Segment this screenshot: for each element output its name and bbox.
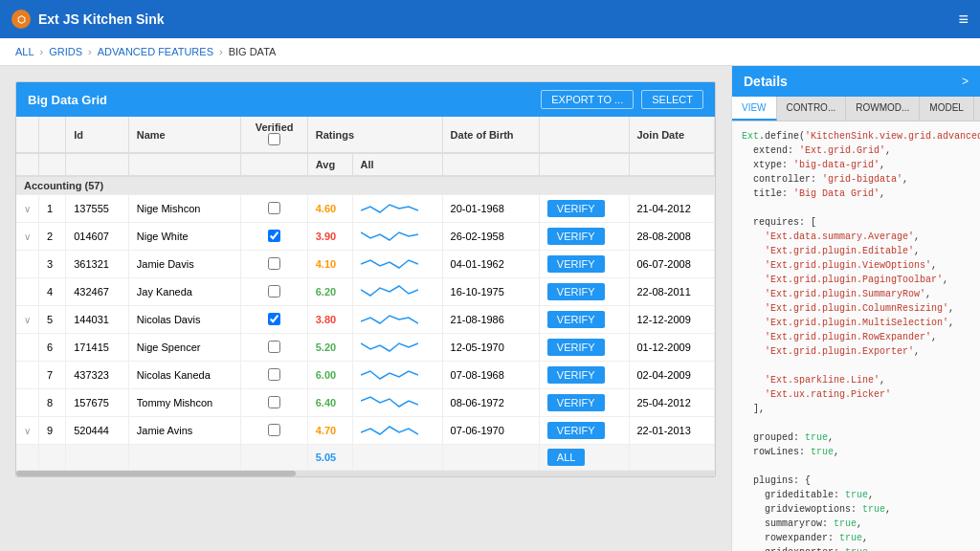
th-join [539, 117, 629, 153]
data-table: Id Name Verified Ratings Date of Birth J… [16, 117, 715, 471]
summary-rating: 5.05 [307, 445, 352, 471]
verify-button-6[interactable]: VERIFY [547, 339, 605, 356]
row-rating-1: 4.60 [307, 195, 352, 223]
verify-button-4[interactable]: VERIFY [547, 283, 605, 300]
all-button[interactable]: ALL [547, 449, 586, 466]
table-row: ∨ 1 137555 Nige Mishcon 4.60 20-01-1968 … [16, 195, 715, 223]
row-name-1: Nige Mishcon [128, 195, 241, 223]
breadcrumb: ALL › GRIDS › ADVANCED FEATURES › BIG DA… [0, 38, 980, 66]
horizontal-scrollbar[interactable] [16, 471, 715, 476]
menu-icon[interactable]: ≡ [958, 10, 969, 30]
tab-view[interactable]: VIEW [732, 97, 777, 121]
tab-controller[interactable]: CONTRO... [777, 97, 847, 121]
grid-title: Big Data Grid [28, 93, 107, 107]
group-label: Accounting (57) [16, 176, 715, 195]
tab-model[interactable]: MODEL [920, 97, 974, 121]
table-row: 7 437323 Nicolas Kaneda 6.00 07-08-1968 … [16, 362, 715, 389]
verify-button-8[interactable]: VERIFY [547, 394, 605, 411]
table-row: ∨ 5 144031 Nicolas Davis 3.80 21-08-1986… [16, 306, 715, 334]
row-id-1: 137555 [66, 195, 129, 223]
select-button[interactable]: SELECT [641, 90, 703, 109]
app-title: Ext JS Kitchen Sink [38, 11, 164, 27]
table-row: 3 361321 Jamie Davis 4.10 04-01-1962 VER… [16, 251, 715, 278]
th-expand [16, 117, 39, 153]
verified-header-checkbox[interactable] [268, 133, 280, 145]
th-id[interactable]: Id [66, 117, 129, 153]
expand-icon-2[interactable]: ∨ [16, 223, 39, 251]
th-dob[interactable]: Date of Birth [442, 117, 539, 153]
breadcrumb-grids[interactable]: GRIDS [49, 46, 82, 57]
table-row: ∨ 9 520444 Jamie Avins 4.70 07-06-1970 V… [16, 417, 715, 445]
row-dob-1: 20-01-1968 [442, 195, 539, 223]
grid-container: Big Data Grid EXPORT TO ... SELECT Id Na… [15, 81, 716, 477]
th-name[interactable]: Name [128, 117, 241, 153]
breadcrumb-advanced[interactable]: ADVANCED FEATURES [98, 46, 213, 57]
left-panel: Big Data Grid EXPORT TO ... SELECT Id Na… [0, 66, 731, 551]
row-verified-1[interactable] [241, 195, 307, 223]
expand-icon-1[interactable]: ∨ [16, 195, 39, 223]
th-num [39, 117, 66, 153]
code-panel: Ext.define('KitchenSink.view.grid.advanc… [732, 121, 980, 551]
group-row: Accounting (57) [16, 176, 715, 195]
row-sparkline-1 [352, 195, 442, 223]
main-layout: Big Data Grid EXPORT TO ... SELECT Id Na… [0, 66, 980, 551]
th-join-date[interactable]: Join Date [629, 117, 715, 153]
details-chevron[interactable]: > [962, 75, 969, 88]
details-tabs: VIEW CONTRO... ROWMOD... MODEL [732, 97, 980, 121]
th-ratings[interactable]: Ratings [307, 117, 442, 153]
sparkline-svg-1 [361, 199, 418, 216]
row-verify-1[interactable]: VERIFY [539, 195, 629, 223]
breadcrumb-all[interactable]: ALL [15, 46, 34, 57]
th-verified[interactable]: Verified [241, 117, 307, 153]
breadcrumb-bigdata: BIG DATA [229, 46, 277, 57]
table-row: 4 432467 Jay Kaneda 6.20 16-10-1975 VERI… [16, 278, 715, 306]
grid-header-bar: Big Data Grid EXPORT TO ... SELECT [16, 82, 715, 117]
right-panel: Details > VIEW CONTRO... ROWMOD... MODEL… [731, 66, 980, 551]
verify-button-9[interactable]: VERIFY [547, 422, 605, 439]
table-wrapper: Id Name Verified Ratings Date of Birth J… [16, 117, 715, 471]
details-title: Details [744, 74, 788, 89]
top-bar: ⬡ Ext JS Kitchen Sink ≡ [0, 0, 980, 38]
tab-rowmodel[interactable]: ROWMOD... [846, 97, 920, 121]
th-avg[interactable]: Avg [307, 153, 352, 176]
verify-button-2[interactable]: VERIFY [547, 228, 605, 245]
row-verified-2[interactable] [241, 223, 307, 251]
app-icon: ⬡ [11, 10, 31, 29]
table-row: 6 171415 Nige Spencer 5.20 12-05-1970 VE… [16, 334, 715, 362]
details-header: Details > [732, 66, 980, 97]
verify-button-1[interactable]: VERIFY [547, 200, 605, 217]
summary-row: 5.05 ALL [16, 445, 715, 471]
table-row: 8 157675 Tommy Mishcon 6.40 08-06-1972 V… [16, 389, 715, 417]
export-button[interactable]: EXPORT TO ... [541, 90, 634, 109]
row-num-1: 1 [39, 195, 66, 223]
app-title-area: ⬡ Ext JS Kitchen Sink [11, 10, 164, 29]
table-row: ∨ 2 014607 Nige White 3.90 26-02-1958 VE… [16, 223, 715, 251]
verify-button-5[interactable]: VERIFY [547, 311, 605, 328]
scrollbar-thumb[interactable] [16, 471, 296, 476]
verify-button-7[interactable]: VERIFY [547, 366, 605, 384]
verify-button-3[interactable]: VERIFY [547, 255, 605, 273]
row-join-1: 21-04-2012 [629, 195, 715, 223]
th-all[interactable]: All [352, 153, 442, 176]
grid-header-actions: EXPORT TO ... SELECT [541, 90, 703, 109]
